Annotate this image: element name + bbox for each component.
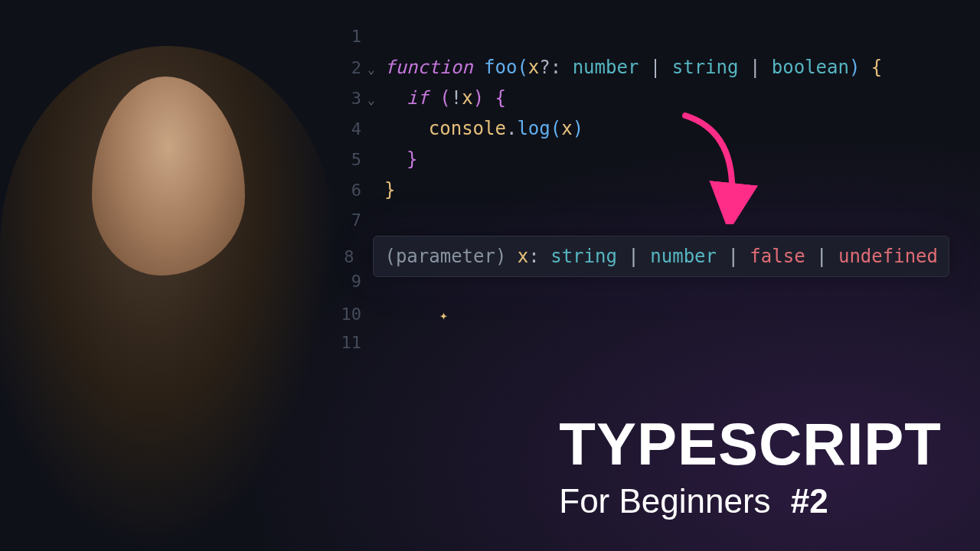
code-line: 2⌄function foo(x?: number | string | boo… <box>329 52 949 83</box>
code-content: (parameter) x: string | number | false |… <box>373 236 949 277</box>
fold-chevron-icon[interactable]: ⌄ <box>368 85 384 116</box>
code-editor: 12⌄function foo(x?: number | string | bo… <box>329 21 949 358</box>
sparkle-icon: ✦ <box>439 300 448 331</box>
line-number: 6 <box>329 175 368 206</box>
line-number: 3 <box>329 83 368 114</box>
code-content: function foo(x?: number | string | boole… <box>384 52 882 83</box>
code-line: 6} <box>329 174 949 205</box>
thumbnail-title: TYPESCRIPT For Beginners #2 <box>559 409 942 520</box>
code-content: } <box>384 144 417 174</box>
code-content: } <box>384 174 395 205</box>
code-line: 7 <box>329 205 949 236</box>
code-line: 1 <box>329 21 949 52</box>
line-number: 5 <box>329 145 368 175</box>
code-content: if (!x) { <box>384 83 506 113</box>
code-line: 4 console.log(x) <box>329 113 949 144</box>
line-number: 2 <box>329 53 368 83</box>
line-number: 4 <box>329 114 368 145</box>
title-main: TYPESCRIPT <box>559 409 942 479</box>
code-line: 11 <box>329 328 949 358</box>
fold-chevron-icon[interactable]: ⌄ <box>368 54 384 85</box>
line-number: 1 <box>329 21 368 52</box>
code-content: ✦ <box>384 297 448 331</box>
arrow-annotation <box>678 109 769 224</box>
type-hint-tooltip: (parameter) x: string | number | false |… <box>373 236 949 277</box>
title-sub: For Beginners <box>559 482 770 520</box>
code-content: console.log(x) <box>384 113 583 144</box>
code-line: 5 } <box>329 144 949 174</box>
presenter-photo <box>0 46 337 551</box>
title-episode-number: #2 <box>791 482 828 520</box>
code-line: 10✦ <box>329 297 949 328</box>
code-line: 8(parameter) x: string | number | false … <box>329 236 949 266</box>
code-line: 3⌄ if (!x) { <box>329 83 949 113</box>
